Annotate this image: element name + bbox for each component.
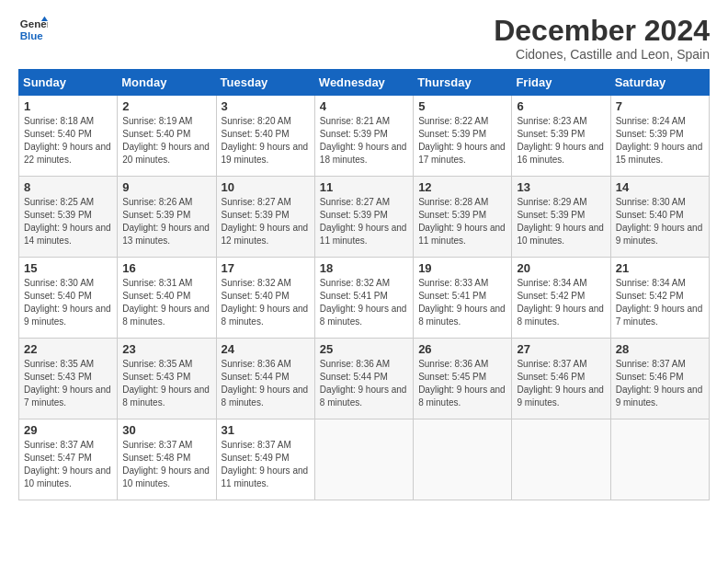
- sunrise-label: Sunrise: 8:30 AM: [24, 278, 94, 288]
- header: General Blue December 2024 Cidones, Cast…: [18, 15, 710, 62]
- calendar-cell: 22Sunrise: 8:35 AMSunset: 5:43 PMDayligh…: [19, 339, 118, 419]
- sunset-label: Sunset: 5:43 PM: [24, 372, 92, 382]
- page-title: December 2024: [494, 15, 710, 47]
- calendar-cell: 13Sunrise: 8:29 AMSunset: 5:39 PMDayligh…: [512, 177, 610, 258]
- daylight-label: Daylight: 9 hours and 9 minutes.: [24, 304, 111, 327]
- day-info: Sunrise: 8:21 AMSunset: 5:39 PMDaylight:…: [320, 115, 408, 167]
- daylight-label: Daylight: 9 hours and 18 minutes.: [320, 142, 407, 165]
- day-number: 22: [24, 342, 112, 356]
- calendar-cell: 2Sunrise: 8:19 AMSunset: 5:40 PMDaylight…: [118, 96, 216, 177]
- sunset-label: Sunset: 5:39 PM: [418, 129, 486, 139]
- sunrise-label: Sunrise: 8:27 AM: [320, 197, 390, 207]
- calendar-cell: 23Sunrise: 8:35 AMSunset: 5:43 PMDayligh…: [118, 339, 216, 419]
- day-info: Sunrise: 8:19 AMSunset: 5:40 PMDaylight:…: [122, 115, 210, 167]
- calendar-cell: [512, 419, 610, 500]
- calendar-cell: 26Sunrise: 8:36 AMSunset: 5:45 PMDayligh…: [414, 339, 512, 419]
- day-info: Sunrise: 8:35 AMSunset: 5:43 PMDaylight:…: [122, 358, 210, 409]
- day-number: 9: [122, 180, 210, 194]
- daylight-label: Daylight: 9 hours and 8 minutes.: [320, 304, 407, 327]
- calendar-cell: 8Sunrise: 8:25 AMSunset: 5:39 PMDaylight…: [19, 177, 118, 258]
- day-number: 23: [122, 342, 210, 356]
- calendar-cell: [414, 419, 512, 500]
- daylight-label: Daylight: 9 hours and 9 minutes.: [616, 385, 703, 408]
- calendar-cell: 11Sunrise: 8:27 AMSunset: 5:39 PMDayligh…: [314, 177, 413, 258]
- calendar-cell: 25Sunrise: 8:36 AMSunset: 5:44 PMDayligh…: [314, 339, 413, 419]
- calendar-cell: 18Sunrise: 8:32 AMSunset: 5:41 PMDayligh…: [314, 258, 413, 339]
- calendar-cell: 4Sunrise: 8:21 AMSunset: 5:39 PMDaylight…: [314, 96, 413, 177]
- sunrise-label: Sunrise: 8:33 AM: [418, 278, 488, 288]
- sunset-label: Sunset: 5:40 PM: [122, 129, 190, 139]
- header-sunday: Sunday: [19, 70, 118, 96]
- calendar-week-4: 22Sunrise: 8:35 AMSunset: 5:43 PMDayligh…: [19, 339, 710, 419]
- sunrise-label: Sunrise: 8:35 AM: [24, 359, 94, 369]
- day-number: 18: [320, 261, 408, 275]
- logo: General Blue: [18, 15, 48, 44]
- daylight-label: Daylight: 9 hours and 22 minutes.: [24, 142, 111, 165]
- sunrise-label: Sunrise: 8:23 AM: [517, 116, 586, 126]
- day-number: 1: [24, 99, 112, 113]
- day-number: 13: [517, 180, 605, 194]
- day-info: Sunrise: 8:34 AMSunset: 5:42 PMDaylight:…: [616, 277, 704, 328]
- logo-icon: General Blue: [18, 15, 48, 44]
- sunrise-label: Sunrise: 8:36 AM: [222, 359, 291, 369]
- day-info: Sunrise: 8:27 AMSunset: 5:39 PMDaylight:…: [320, 196, 408, 247]
- calendar-cell: 16Sunrise: 8:31 AMSunset: 5:40 PMDayligh…: [118, 258, 216, 339]
- sunset-label: Sunset: 5:39 PM: [418, 210, 486, 220]
- day-info: Sunrise: 8:24 AMSunset: 5:39 PMDaylight:…: [616, 115, 704, 167]
- sunrise-label: Sunrise: 8:30 AM: [616, 197, 686, 207]
- day-info: Sunrise: 8:28 AMSunset: 5:39 PMDaylight:…: [418, 196, 506, 247]
- day-number: 21: [616, 261, 704, 275]
- sunset-label: Sunset: 5:39 PM: [616, 129, 684, 139]
- day-number: 17: [222, 261, 310, 275]
- calendar-cell: 27Sunrise: 8:37 AMSunset: 5:46 PMDayligh…: [512, 339, 610, 419]
- daylight-label: Daylight: 9 hours and 8 minutes.: [320, 385, 407, 408]
- day-info: Sunrise: 8:23 AMSunset: 5:39 PMDaylight:…: [517, 115, 605, 167]
- calendar-cell: 31Sunrise: 8:37 AMSunset: 5:49 PMDayligh…: [216, 419, 314, 500]
- sunset-label: Sunset: 5:41 PM: [418, 291, 486, 301]
- daylight-label: Daylight: 9 hours and 11 minutes.: [418, 223, 506, 246]
- sunrise-label: Sunrise: 8:24 AM: [616, 116, 686, 126]
- daylight-label: Daylight: 9 hours and 8 minutes.: [222, 385, 309, 408]
- sunset-label: Sunset: 5:48 PM: [122, 453, 190, 463]
- day-info: Sunrise: 8:26 AMSunset: 5:39 PMDaylight:…: [122, 196, 210, 247]
- daylight-label: Daylight: 9 hours and 14 minutes.: [24, 223, 111, 246]
- day-number: 11: [320, 180, 408, 194]
- calendar-cell: 21Sunrise: 8:34 AMSunset: 5:42 PMDayligh…: [610, 258, 709, 339]
- daylight-label: Daylight: 9 hours and 17 minutes.: [418, 142, 506, 165]
- daylight-label: Daylight: 9 hours and 10 minutes.: [517, 223, 604, 246]
- sunset-label: Sunset: 5:46 PM: [517, 372, 585, 382]
- sunrise-label: Sunrise: 8:34 AM: [616, 278, 686, 288]
- sunset-label: Sunset: 5:40 PM: [616, 210, 684, 220]
- sunset-label: Sunset: 5:40 PM: [24, 129, 92, 139]
- header-thursday: Thursday: [414, 70, 512, 96]
- sunrise-label: Sunrise: 8:36 AM: [418, 359, 488, 369]
- sunrise-label: Sunrise: 8:19 AM: [122, 116, 192, 126]
- sunrise-label: Sunrise: 8:27 AM: [222, 197, 291, 207]
- day-number: 6: [517, 99, 605, 113]
- day-number: 28: [616, 342, 704, 356]
- sunrise-label: Sunrise: 8:29 AM: [517, 197, 586, 207]
- sunrise-label: Sunrise: 8:25 AM: [24, 197, 94, 207]
- daylight-label: Daylight: 9 hours and 8 minutes.: [122, 385, 210, 408]
- day-number: 27: [517, 342, 605, 356]
- day-number: 25: [320, 342, 408, 356]
- sunset-label: Sunset: 5:49 PM: [222, 453, 290, 463]
- daylight-label: Daylight: 9 hours and 11 minutes.: [222, 465, 309, 488]
- sunset-label: Sunset: 5:39 PM: [320, 129, 388, 139]
- day-info: Sunrise: 8:32 AMSunset: 5:40 PMDaylight:…: [222, 277, 310, 328]
- calendar-cell: [314, 419, 413, 500]
- sunset-label: Sunset: 5:39 PM: [517, 129, 585, 139]
- sunrise-label: Sunrise: 8:35 AM: [122, 359, 192, 369]
- day-number: 16: [122, 261, 210, 275]
- daylight-label: Daylight: 9 hours and 12 minutes.: [222, 223, 309, 246]
- calendar-week-1: 1Sunrise: 8:18 AMSunset: 5:40 PMDaylight…: [19, 96, 710, 177]
- svg-text:Blue: Blue: [20, 30, 44, 41]
- day-number: 31: [222, 423, 310, 437]
- day-number: 26: [418, 342, 506, 356]
- daylight-label: Daylight: 9 hours and 16 minutes.: [517, 142, 604, 165]
- day-info: Sunrise: 8:27 AMSunset: 5:39 PMDaylight:…: [222, 196, 310, 247]
- sunrise-label: Sunrise: 8:37 AM: [616, 359, 686, 369]
- calendar-cell: 30Sunrise: 8:37 AMSunset: 5:48 PMDayligh…: [118, 419, 216, 500]
- daylight-label: Daylight: 9 hours and 8 minutes.: [418, 385, 506, 408]
- sunrise-label: Sunrise: 8:18 AM: [24, 116, 94, 126]
